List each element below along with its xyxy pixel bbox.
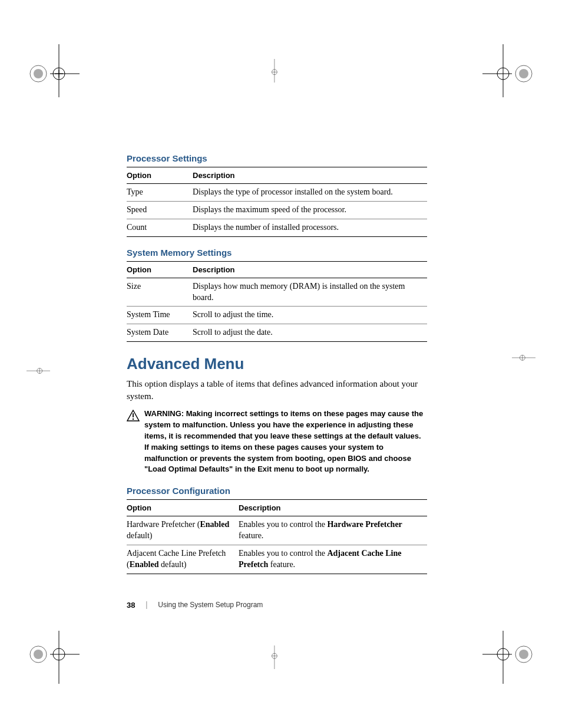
cell-option-bold: Enabled	[130, 560, 159, 569]
table-header-option: Option	[127, 500, 239, 516]
cell-option: System Time	[127, 307, 193, 324]
table-row: Speed Displays the maximum speed of the …	[127, 201, 427, 219]
svg-point-14	[497, 68, 509, 80]
svg-point-20	[515, 646, 532, 663]
svg-point-7	[53, 68, 65, 80]
svg-point-16	[34, 650, 43, 659]
cell-desc-post: feature.	[239, 531, 263, 540]
svg-point-2	[133, 419, 134, 420]
cell-description: Enables you to control the Adjacent Cach…	[239, 545, 427, 574]
svg-point-15	[30, 646, 47, 663]
chapter-title: Using the System Setup Program	[158, 601, 263, 609]
table-processor-settings: Option Description Type Displays the typ…	[127, 167, 427, 237]
table-row: Count Displays the number of installed p…	[127, 219, 427, 236]
heading-advanced-menu: Advanced Menu	[127, 355, 427, 373]
table-row: Type Displays the type of processor inst…	[127, 184, 427, 202]
cell-description: Scroll to adjust the time.	[193, 307, 427, 324]
svg-point-29	[272, 653, 277, 658]
table-system-memory-settings: Option Description Size Displays how muc…	[127, 261, 427, 342]
cropmark-icon	[27, 44, 80, 97]
table-processor-configuration: Option Description Hardware Prefetcher (…	[127, 499, 427, 574]
cell-desc-pre: Enables you to control the	[239, 549, 327, 558]
warning-text: WARNING: Making incorrect settings to it…	[144, 409, 427, 475]
table-header-description: Description	[193, 261, 427, 278]
cell-description: Scroll to adjust the date.	[193, 324, 427, 342]
cell-option: Size	[127, 278, 193, 307]
table-header-option: Option	[127, 261, 193, 278]
cell-desc-pre: Enables you to control the	[239, 520, 327, 529]
svg-point-10	[515, 65, 532, 82]
warning-block: WARNING: Making incorrect settings to it…	[127, 409, 427, 475]
table-row: Adjacent Cache Line Prefetch (Enabled de…	[127, 545, 427, 574]
cell-option: System Date	[127, 324, 193, 342]
cell-option-pre: Hardware Prefetcher (	[127, 520, 200, 529]
cropmark-icon	[269, 631, 293, 684]
svg-point-4	[34, 69, 43, 78]
cell-description: Enables you to control the Hardware Pref…	[239, 516, 427, 545]
table-row: Hardware Prefetcher (Enabled default) En…	[127, 516, 427, 545]
table-header-option: Option	[127, 167, 193, 184]
cell-description: Displays how much memory (DRAM) is insta…	[193, 278, 427, 307]
svg-point-19	[53, 648, 65, 660]
cell-option-post: default)	[127, 531, 153, 540]
svg-point-32	[37, 368, 42, 373]
warning-body: Making incorrect settings to items on th…	[144, 409, 423, 473]
cell-desc-post: feature.	[268, 560, 295, 569]
cropmark-icon	[269, 44, 293, 97]
cell-option: Type	[127, 184, 193, 202]
svg-point-3	[30, 65, 47, 82]
heading-processor-settings: Processor Settings	[127, 153, 427, 163]
advanced-intro: This option displays a table of items th…	[127, 378, 427, 403]
svg-point-26	[272, 70, 277, 75]
warning-label: WARNING:	[144, 409, 186, 418]
table-header-description: Description	[193, 167, 427, 184]
footer-divider: |	[146, 600, 147, 610]
warning-icon	[127, 410, 140, 424]
page-footer: 38 | Using the System Setup Program	[127, 600, 263, 610]
cell-description: Displays the number of installed process…	[193, 219, 427, 236]
cropmark-icon	[482, 44, 535, 97]
heading-system-memory-settings: System Memory Settings	[127, 248, 427, 258]
cell-option-post: default)	[158, 560, 186, 569]
cell-option: Adjacent Cache Line Prefetch (Enabled de…	[127, 545, 239, 574]
cell-option: Speed	[127, 201, 193, 219]
svg-point-11	[519, 69, 528, 78]
cell-option: Hardware Prefetcher (Enabled default)	[127, 516, 239, 545]
table-row: Size Displays how much memory (DRAM) is …	[127, 278, 427, 307]
cropmark-icon	[482, 631, 535, 684]
cell-option-bold: Enabled	[200, 520, 229, 529]
page-number: 38	[127, 601, 135, 610]
table-header-description: Description	[239, 500, 427, 516]
table-row: System Date Scroll to adjust the date.	[127, 324, 427, 342]
svg-point-24	[497, 648, 509, 660]
cell-description: Displays the maximum speed of the proces…	[193, 201, 427, 219]
heading-processor-configuration: Processor Configuration	[127, 486, 427, 496]
table-row: System Time Scroll to adjust the time.	[127, 307, 427, 324]
svg-point-35	[520, 355, 525, 360]
cropmark-icon	[12, 353, 65, 376]
page-content: Processor Settings Option Description Ty…	[127, 153, 427, 585]
cropmark-icon	[497, 353, 550, 376]
cell-desc-bold: Hardware Prefetcher	[327, 520, 402, 529]
cell-option: Count	[127, 219, 193, 236]
cropmark-icon	[27, 631, 80, 684]
svg-point-21	[519, 650, 528, 659]
cell-description: Displays the type of processor installed…	[193, 184, 427, 202]
